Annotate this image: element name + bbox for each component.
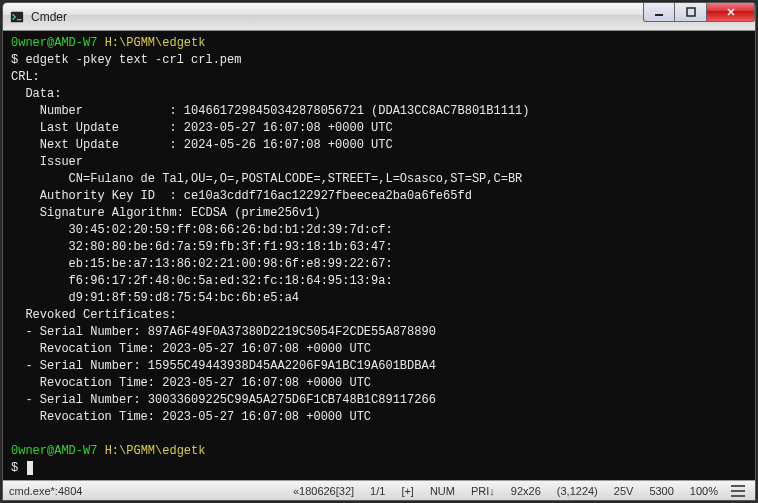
status-num: NUM — [427, 485, 458, 497]
cursor — [27, 461, 33, 475]
command-output: CRL: Data: Number : 10466172984503428780… — [11, 70, 529, 424]
command-text: edgetk -pkey text -crl crl.pem — [25, 53, 241, 67]
menu-icon[interactable] — [731, 485, 745, 497]
maximize-icon — [686, 7, 696, 17]
prompt-symbol-2: $ — [11, 461, 18, 475]
svg-rect-2 — [687, 8, 695, 16]
status-caps: [+] — [398, 485, 417, 497]
prompt-userhost: 0wner@AMD-W7 — [11, 36, 97, 50]
prompt-userhost-2: 0wner@AMD-W7 — [11, 444, 97, 458]
svg-rect-1 — [655, 14, 663, 16]
status-pct: 100% — [687, 485, 721, 497]
tab-session[interactable]: cmd.exe*:4804 — [9, 485, 82, 497]
prompt-path-2: H:\PGMM\edgetk — [105, 444, 206, 458]
status-vt: 25V — [611, 485, 637, 497]
status-mem: 5300 — [646, 485, 676, 497]
close-icon — [726, 7, 736, 17]
window-controls — [643, 3, 755, 30]
prompt-symbol: $ — [11, 53, 18, 67]
status-pos: 1/1 — [367, 485, 388, 497]
status-coords: «180626[32] — [290, 485, 357, 497]
prompt-path: H:\PGMM\edgetk — [105, 36, 206, 50]
terminal[interactable]: 0wner@AMD-W7 H:\PGMM\edgetk $ edgetk -pk… — [3, 31, 755, 480]
window-title: Cmder — [31, 10, 643, 24]
titlebar[interactable]: Cmder — [3, 3, 755, 31]
app-icon — [9, 9, 25, 25]
svg-rect-0 — [11, 11, 23, 22]
status-pri: PRI↓ — [468, 485, 498, 497]
status-cursor: (3,1224) — [554, 485, 601, 497]
close-button[interactable] — [707, 3, 755, 22]
status-size: 92x26 — [508, 485, 544, 497]
minimize-icon — [654, 7, 664, 17]
minimize-button[interactable] — [643, 3, 675, 22]
statusbar: cmd.exe*:4804 «180626[32] 1/1 [+] NUM PR… — [3, 480, 755, 500]
app-window: Cmder 0wner@AMD-W7 H:\PGMM\edgetk $ edge… — [2, 2, 756, 501]
maximize-button[interactable] — [675, 3, 707, 22]
